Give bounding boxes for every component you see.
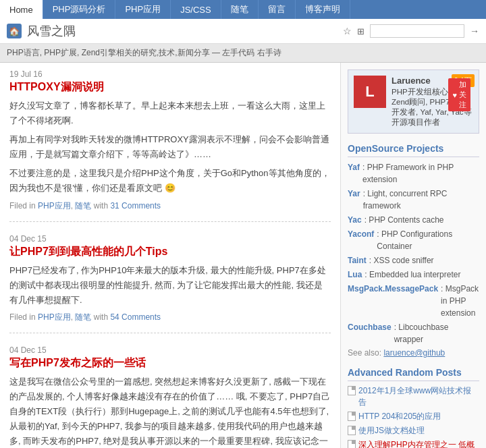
follow-button[interactable]: ♥ 加关注 xyxy=(448,78,470,111)
nav-disclaimer[interactable]: 博客声明 xyxy=(296,0,350,19)
nav-php-source[interactable]: PHP源码分析 xyxy=(43,0,116,19)
post-1-comments-link[interactable]: 31 Comments xyxy=(110,201,161,211)
post-1-cat-link[interactable]: PHP应用 xyxy=(38,201,71,211)
yaf-link[interactable]: Yaf: PHP Framework in PHP extension xyxy=(348,161,479,186)
nav-js-css[interactable]: JS/CSS xyxy=(171,0,221,19)
post-3-date: 04 Dec 15 xyxy=(9,345,331,355)
follow-wrap: ♥ 加关注 9.1万 xyxy=(450,74,475,87)
random-post-4: 深入理解PHP内存管理之一 低概率Core的分析 xyxy=(348,439,479,448)
opensource-items: Yaf: PHP Framework in PHP extension Yar:… xyxy=(348,161,479,358)
search-input[interactable] xyxy=(370,24,464,38)
header: 🏠 风雪之隅 ☆ ⊞ → xyxy=(0,19,486,44)
doc-icon xyxy=(348,426,356,435)
nav-messages[interactable]: 留言 xyxy=(259,0,296,19)
random-post-2: HTTP 204和205的应用 xyxy=(348,411,479,422)
top-nav: Home PHP源码分析 PHP应用 JS/CSS 随笔 留言 博客声明 xyxy=(0,0,486,19)
post-2-title-link[interactable]: 让PHP7到到最高性能的几个Tips xyxy=(9,246,167,257)
subtitle-text: PHP语言, PHP扩展, Zend引擎相关的研究,技术,新闻分享 — 左手代码… xyxy=(7,48,281,57)
taint-link[interactable]: Taint: XSS code sniffer xyxy=(348,254,479,267)
see-also: See also: laruence@github xyxy=(348,348,479,358)
random-post-1-link[interactable]: 2012年1月全球www网站技术报告 xyxy=(358,385,479,408)
lua-link[interactable]: Lua: Embedded lua interpreter xyxy=(348,269,479,281)
random-posts-items: 2012年1月全球www网站技术报告 HTTP 204和205的应用 使用JS做… xyxy=(348,385,479,448)
follow-label: 加关注 xyxy=(459,80,466,110)
opensource-section: OpenSource Projects Yaf: PHP Framework i… xyxy=(348,143,479,358)
post-2-title: 让PHP7到到最高性能的几个Tips xyxy=(9,245,331,259)
rss-icon[interactable]: ⊞ xyxy=(357,26,364,36)
post-3: 04 Dec 15 写在PHP7发布之际的一些话 这是我写在微信公众号里的一篇感… xyxy=(9,345,331,448)
header-icons: ☆ ⊞ → xyxy=(343,24,479,38)
msgpack-link[interactable]: MsgPack.MessagePack: MsgPack in PHP exte… xyxy=(348,283,479,319)
post-1-body: 好久没写文章了，博客都长草了。早上起来本来想去上班，一看这么大雨，这里上了个不得… xyxy=(9,99,331,196)
random-post-1: 2012年1月全球www网站技术报告 xyxy=(348,385,479,408)
opensource-title: OpenSource Projects xyxy=(348,143,479,157)
random-post-3-link[interactable]: 使用JS做文档处理 xyxy=(358,425,425,437)
go-button[interactable]: → xyxy=(470,26,479,36)
couchbase-link[interactable]: Couchbase: Libcouchbase wrapper xyxy=(348,321,479,345)
post-1: 19 Jul 16 HTTPOXY漏洞说明 好久没写文章了，博客都长草了。早上起… xyxy=(9,69,331,222)
follow-icon: ♥ xyxy=(452,91,457,99)
post-1-date: 19 Jul 16 xyxy=(9,69,331,79)
random-posts-title: Advanced Random Posts xyxy=(348,367,479,381)
site-title: 风雪之隅 xyxy=(27,23,338,39)
post-3-title-link[interactable]: 写在PHP7发布之际的一些话 xyxy=(9,357,146,368)
post-2-body: PHP7已经发布了, 作为PHP10年来最大的版本升级, 最大的性能升级, PH… xyxy=(9,263,331,308)
random-post-3: 使用JS做文档处理 xyxy=(348,425,479,437)
post-3-title: 写在PHP7发布之际的一些话 xyxy=(9,356,331,370)
post-2: 04 Dec 15 让PHP7到到最高性能的几个Tips PHP7已经发布了, … xyxy=(9,234,331,333)
main-layout: 19 Jul 16 HTTPOXY漏洞说明 好久没写文章了，博客都长草了。早上起… xyxy=(0,63,486,448)
yar-link[interactable]: Yar: Light, concurrent RPC framework xyxy=(348,188,479,212)
doc-icon xyxy=(348,440,356,448)
post-2-cat-link2[interactable]: 随笔 xyxy=(75,312,91,322)
post-1-title: HTTPOXY漏洞说明 xyxy=(9,80,331,94)
random-post-4-link[interactable]: 深入理解PHP内存管理之一 低概率Core的分析 xyxy=(358,439,479,448)
post-2-cat-link[interactable]: PHP应用 xyxy=(38,312,71,322)
home-icon[interactable]: 🏠 xyxy=(7,24,22,38)
post-2-comments-link[interactable]: 54 Comments xyxy=(110,312,161,322)
post-2-footer: Filed in PHP应用, 随笔 with 54 Comments xyxy=(9,312,331,323)
doc-icon xyxy=(348,412,356,421)
nav-home[interactable]: Home xyxy=(0,0,43,19)
post-2-date: 04 Dec 15 xyxy=(9,234,331,244)
subtitle-bar: PHP语言, PHP扩展, Zend引擎相关的研究,技术,新闻分享 — 左手代码… xyxy=(0,44,486,63)
author-avatar: L xyxy=(354,76,386,108)
post-1-footer: Filed in PHP应用, 随笔 with 31 Comments xyxy=(9,200,331,212)
author-card: L Laruence PHP开发组核心成员, Zend顾问, PHP7主要开发者… xyxy=(348,69,479,134)
nav-notes[interactable]: 随笔 xyxy=(221,0,259,19)
favorite-icon[interactable]: ☆ xyxy=(343,26,352,36)
content-area: 19 Jul 16 HTTPOXY漏洞说明 好久没写文章了，博客都长草了。早上起… xyxy=(0,63,341,448)
post-1-cat-link2[interactable]: 随笔 xyxy=(75,201,91,211)
yaconf-link[interactable]: Yaconf: PHP Configurations Container xyxy=(348,228,479,252)
doc-icon xyxy=(348,386,356,395)
sidebar: L Laruence PHP开发组核心成员, Zend顾问, PHP7主要开发者… xyxy=(341,63,486,448)
random-post-2-link[interactable]: HTTP 204和205的应用 xyxy=(358,411,441,422)
post-3-body: 这是我写在微信公众号里的一篇感想, 突然想起来博客好久没更新了, 感截一下现在的… xyxy=(9,374,331,448)
random-posts-section: Advanced Random Posts 2012年1月全球www网站技术报告… xyxy=(348,367,479,448)
post-1-title-link[interactable]: HTTPOXY漏洞说明 xyxy=(9,81,104,92)
nav-php-app[interactable]: PHP应用 xyxy=(115,0,171,19)
github-link[interactable]: laruence@github xyxy=(383,348,445,358)
yac-link[interactable]: Yac: PHP Contents cache xyxy=(348,214,479,226)
